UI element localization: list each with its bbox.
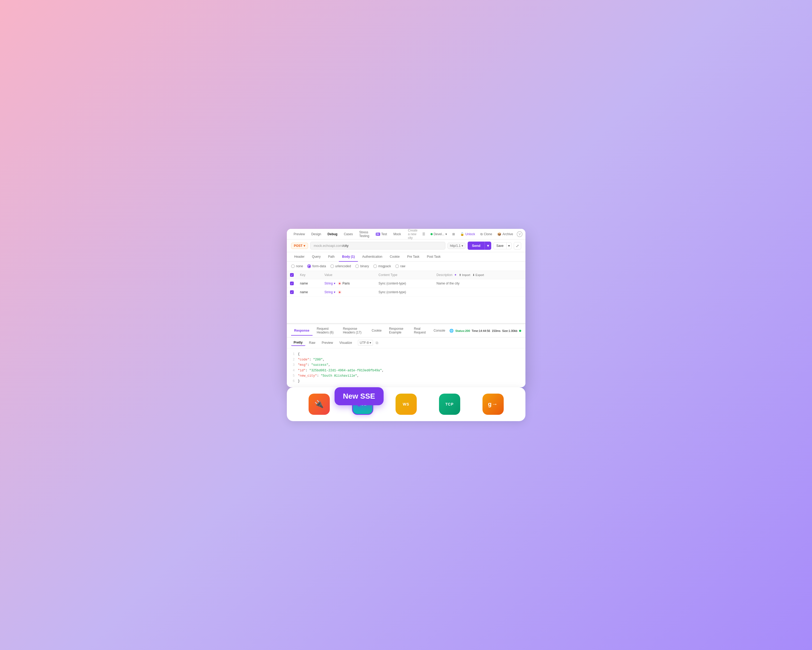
icon-tray: 🔌 SSE WS TCP g→ bbox=[287, 387, 525, 421]
resp-tab-console[interactable]: Console bbox=[430, 326, 448, 336]
select-all-checkbox[interactable] bbox=[290, 273, 294, 277]
col-key: Key bbox=[297, 271, 321, 279]
tab-path[interactable]: Path bbox=[325, 252, 338, 262]
row2-check[interactable] bbox=[287, 288, 297, 297]
nav-env[interactable]: Devel... ▾ bbox=[429, 231, 449, 237]
format-visualize[interactable]: Visualize bbox=[337, 340, 355, 346]
col-content-type: Content Type bbox=[375, 271, 433, 279]
body-msgpack[interactable]: msgpack bbox=[373, 264, 391, 268]
body-binary[interactable]: binary bbox=[355, 264, 369, 268]
code-line-2: 2"code": "200", bbox=[291, 357, 521, 362]
tab-post-task[interactable]: Post Task bbox=[424, 252, 444, 262]
body-raw[interactable]: raw bbox=[395, 264, 405, 268]
code-line-6: 6} bbox=[291, 379, 521, 384]
table-actions: ✦ ⬆ Import ⬇ Export bbox=[454, 273, 484, 277]
format-raw[interactable]: Raw bbox=[307, 340, 318, 346]
user-avatar[interactable]: V bbox=[517, 231, 522, 237]
main-app: Preview Design Debug Cases Stress Testin… bbox=[287, 229, 525, 387]
row2-type[interactable]: String ▾ bbox=[325, 290, 335, 294]
tab-pre-task[interactable]: Pre Task bbox=[404, 252, 423, 262]
globe-icon: 🌐 bbox=[449, 329, 453, 333]
ws-icon[interactable]: WS bbox=[395, 394, 417, 415]
body-urlencoded[interactable]: urlencoded bbox=[330, 264, 351, 268]
tcp-icon[interactable]: TCP bbox=[439, 394, 460, 415]
format-preview[interactable]: Preview bbox=[319, 340, 336, 346]
env-status-dot bbox=[430, 233, 433, 235]
row1-value[interactable]: Paris bbox=[342, 282, 350, 285]
nav-archive[interactable]: 📦 Archive bbox=[496, 231, 514, 237]
url-domain: mock.echoapi.com bbox=[314, 244, 342, 248]
endpoint-title: Create a new city bbox=[408, 229, 418, 240]
clone-icon: ⧉ bbox=[480, 232, 483, 236]
method-dropdown-icon: ▾ bbox=[304, 244, 305, 248]
tab-query[interactable]: Query bbox=[309, 252, 324, 262]
nav-preview[interactable]: Preview bbox=[291, 231, 308, 237]
response-size: Size:1.00kb bbox=[502, 329, 517, 332]
row1-type[interactable]: String ▾ bbox=[325, 282, 335, 285]
resp-tab-cookie[interactable]: Cookie bbox=[368, 326, 385, 336]
url-input[interactable]: mock.echoapi.com /city bbox=[310, 242, 446, 250]
rest-icon[interactable]: 🔌 bbox=[308, 394, 330, 415]
row2-type-value: String ▾ ✱ bbox=[321, 288, 375, 297]
code-line-3: 3"msg": "success", bbox=[291, 362, 521, 368]
encoding-dropdown-icon: ▾ bbox=[369, 341, 371, 345]
tab-cookie[interactable]: Cookie bbox=[386, 252, 403, 262]
unlock-button[interactable]: 🔓 Unlock bbox=[459, 231, 477, 237]
response-status-bar: 🌐 Status:200 Time:14:44:56 150ms Size:1.… bbox=[449, 329, 521, 333]
send-button[interactable]: Send bbox=[468, 242, 485, 250]
resp-tab-response-headers[interactable]: Response Headers (17) bbox=[340, 324, 368, 338]
save-button[interactable]: Save bbox=[493, 242, 506, 249]
lock-icon: 🔓 bbox=[460, 232, 464, 236]
resp-tab-response-example[interactable]: Response Example bbox=[386, 324, 410, 338]
row1-check[interactable] bbox=[287, 279, 297, 288]
body-form-data[interactable]: form-data bbox=[307, 264, 326, 268]
table-row: name String ▾ ✱ Sync (content-type) bbox=[287, 288, 525, 297]
nav-design[interactable]: Design bbox=[308, 231, 324, 237]
nav-cases[interactable]: Cases bbox=[341, 231, 356, 237]
code-line-1: 1{ bbox=[291, 352, 521, 357]
tab-authentication[interactable]: Authentication bbox=[359, 252, 385, 262]
save-dropdown[interactable]: ▾ bbox=[507, 242, 511, 249]
row1-key[interactable]: name bbox=[297, 279, 321, 288]
resp-tab-response[interactable]: Response bbox=[291, 326, 313, 336]
body-none[interactable]: none bbox=[291, 264, 303, 268]
row2-required: ✱ bbox=[337, 290, 342, 294]
resp-tab-request-headers[interactable]: Request Headers (6) bbox=[314, 324, 339, 338]
status-code: Status:200 bbox=[455, 329, 470, 332]
radio-raw bbox=[395, 264, 399, 268]
http-version-select[interactable]: http/1.1 ▾ bbox=[447, 243, 466, 249]
tab-header[interactable]: Header bbox=[291, 252, 308, 262]
table-empty-row bbox=[287, 297, 525, 323]
send-dropdown[interactable]: ▾ bbox=[485, 242, 491, 250]
format-pretty[interactable]: Pretty bbox=[291, 339, 305, 346]
copy-button[interactable]: ⧉ bbox=[375, 341, 378, 345]
expand-button[interactable]: ⤢ bbox=[514, 242, 521, 250]
nav-clone[interactable]: ⧉ Clone bbox=[479, 231, 494, 237]
radio-none bbox=[291, 264, 295, 268]
nav-mock[interactable]: Mock bbox=[391, 231, 404, 237]
encoding-select[interactable]: UTF-8 ▾ bbox=[358, 340, 373, 346]
resp-tab-real-request[interactable]: Real Request bbox=[411, 324, 429, 338]
nav-layout-icon[interactable]: ⊞ bbox=[451, 231, 456, 237]
row2-key[interactable]: name bbox=[297, 288, 321, 297]
row1-content-type[interactable]: Sync (content-type) bbox=[375, 279, 433, 288]
url-bar: POST ▾ mock.echoapi.com /city http/1.1 ▾… bbox=[287, 239, 525, 252]
table-row: name String ▾ ✱ Paris Sync (content-type… bbox=[287, 279, 525, 288]
grpc-icon[interactable]: g→ bbox=[482, 394, 504, 415]
speech-bubble: New SSE bbox=[334, 387, 384, 405]
nav-stress-testing[interactable]: Stress Testing bbox=[357, 229, 372, 239]
response-section: Response Request Headers (6) Response He… bbox=[287, 323, 525, 387]
tab-body[interactable]: Body (1) bbox=[339, 252, 358, 262]
row2-content-type[interactable]: Sync (content-type) bbox=[375, 288, 433, 297]
nav-filter[interactable]: ☰ bbox=[421, 231, 427, 237]
nav-ai-test[interactable]: AI Test bbox=[373, 231, 390, 237]
import-button[interactable]: ⬆ Import bbox=[459, 273, 470, 277]
nav-debug[interactable]: Debug bbox=[325, 231, 340, 237]
code-line-5: 5"new_city": "South Alishaville", bbox=[291, 373, 521, 379]
row1-description[interactable]: Name of the city bbox=[433, 279, 525, 288]
method-selector[interactable]: POST ▾ bbox=[291, 243, 308, 249]
export-button[interactable]: ⬇ Export bbox=[472, 273, 484, 277]
row2-description[interactable] bbox=[433, 288, 525, 297]
format-bar: Pretty Raw Preview Visualize UTF-8 ▾ ⧉ bbox=[287, 338, 525, 348]
row1-type-value: String ▾ ✱ Paris bbox=[321, 279, 375, 288]
